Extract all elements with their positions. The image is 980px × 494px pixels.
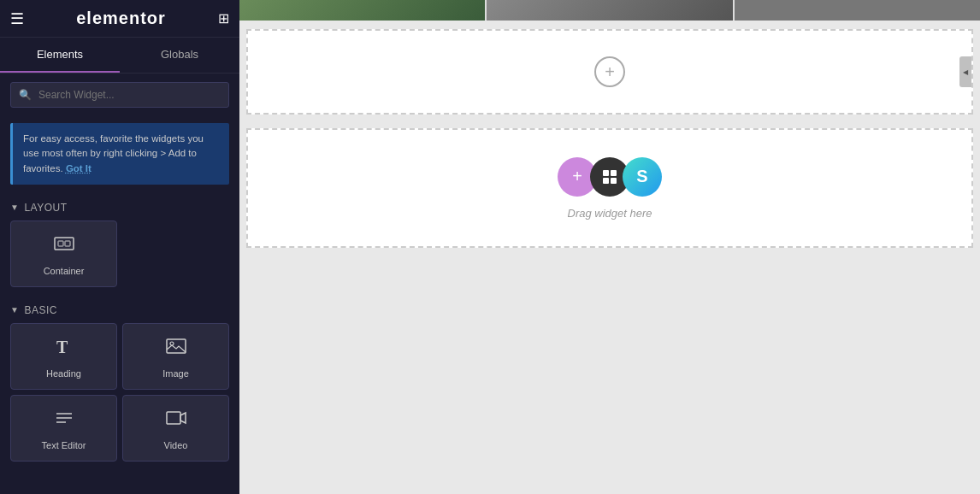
sidebar-header: ☰ elementor ⊞ — [0, 0, 239, 38]
favorites-tip: For easy access, favorite the widgets yo… — [10, 123, 229, 185]
video-label: Video — [164, 440, 188, 450]
svg-rect-2 — [65, 241, 70, 246]
add-section-button[interactable]: + — [594, 56, 625, 87]
layout-arrow-icon: ▼ — [10, 203, 19, 212]
layout-widgets-grid: Container — [0, 221, 239, 294]
logo: elementor — [76, 9, 166, 28]
tab-globals[interactable]: Globals — [120, 38, 239, 73]
image-icon — [164, 334, 188, 363]
hamburger-icon[interactable]: ☰ — [10, 9, 24, 28]
text-editor-label: Text Editor — [42, 440, 86, 450]
sidebar: ☰ elementor ⊞ Elements Globals 🔍 For eas… — [0, 0, 239, 494]
tab-elements[interactable]: Elements — [0, 38, 120, 73]
section-empty: + ◀ — [246, 29, 973, 115]
canvas-area: + ◀ + S Drag widget here — [239, 0, 980, 494]
widget-text-editor[interactable]: Text Editor — [10, 395, 117, 462]
widget-container[interactable]: Container — [10, 221, 117, 287]
search-input[interactable] — [10, 82, 229, 108]
container-label: Container — [44, 266, 85, 276]
search-wrapper: 🔍 — [10, 82, 229, 108]
widget-video[interactable]: Video — [122, 395, 229, 462]
drag-icons-group: + S — [558, 157, 662, 197]
widget-heading[interactable]: T Heading — [10, 323, 117, 390]
svg-text:T: T — [56, 338, 68, 356]
drag-text: Drag widget here — [568, 207, 652, 220]
search-container: 🔍 — [0, 74, 239, 116]
svg-rect-1 — [58, 241, 63, 246]
search-icon: 🔍 — [19, 89, 32, 101]
basic-label: Basic — [24, 304, 57, 316]
basic-section-title: ▼ Basic — [0, 294, 239, 323]
top-image-strip — [239, 0, 980, 21]
sidebar-tabs: Elements Globals — [0, 38, 239, 74]
drag-icon-green: S — [623, 157, 662, 197]
svg-rect-0 — [55, 238, 74, 250]
svg-rect-13 — [611, 178, 617, 184]
tip-text: For easy access, favorite the widgets yo… — [23, 133, 204, 173]
layout-section-title: ▼ Layout — [0, 191, 239, 221]
grid-icon[interactable]: ⊞ — [218, 10, 229, 26]
basic-widgets-grid: T Heading Image — [0, 323, 239, 468]
basic-arrow-icon: ▼ — [10, 305, 19, 315]
svg-rect-9 — [167, 412, 180, 424]
section-drag: + S Drag widget here — [246, 128, 973, 248]
svg-rect-10 — [603, 170, 609, 176]
collapse-icon: ◀ — [963, 68, 968, 76]
layout-label: Layout — [24, 202, 67, 214]
container-icon — [52, 232, 76, 261]
text-editor-icon — [52, 406, 76, 435]
widget-image[interactable]: Image — [122, 323, 229, 390]
heading-icon: T — [52, 334, 76, 363]
heading-label: Heading — [46, 368, 81, 379]
svg-rect-12 — [603, 178, 609, 184]
video-icon — [164, 406, 188, 435]
svg-rect-4 — [167, 339, 186, 353]
got-it-link[interactable]: Got It — [66, 163, 92, 173]
svg-rect-11 — [611, 170, 617, 176]
image-label: Image — [162, 368, 189, 379]
collapse-handle[interactable]: ◀ — [959, 56, 971, 87]
